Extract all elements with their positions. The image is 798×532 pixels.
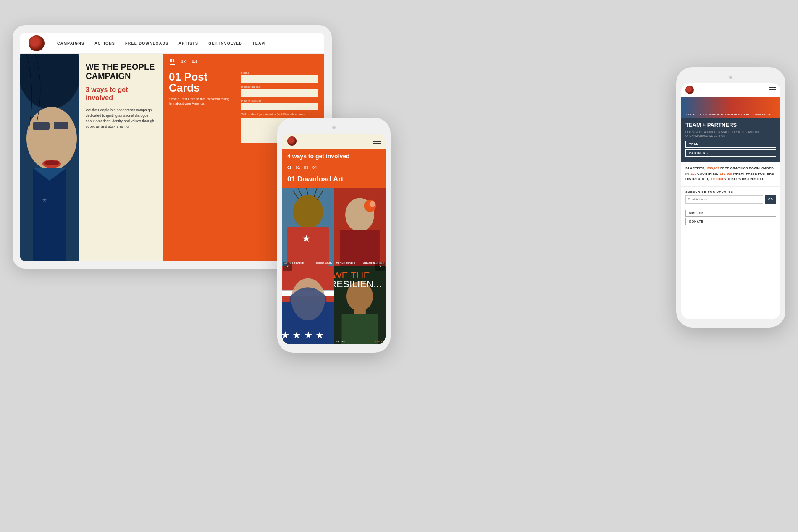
nav-get-involved[interactable]: GET INVOLVED (208, 41, 242, 45)
tablet-nav-links: CAMPAIGNS ACTIONS FREE DOWNLOADS ARTISTS… (57, 41, 265, 45)
phone1-notch (282, 123, 386, 132)
nav-campaigns[interactable]: CAMPAIGNS (57, 41, 84, 45)
phone2-hamburger-3 (769, 92, 776, 92)
svg-rect-34 (351, 299, 369, 306)
phone2-stats-section: 24 ARTISTS, 398,452 FREE GRAPHICS DOWNLO… (681, 162, 780, 186)
phone2-subscribe-section: SUBSCRIBE FOR UPDATES GO (681, 186, 780, 207)
phone2-hero-strip: FREE STICKER PACKS WITH EACH DONATION TO… (681, 97, 780, 118)
phone1-step-04[interactable]: 04 (312, 165, 317, 170)
phone1-download-title: 01 Download Art (282, 173, 386, 188)
svg-rect-35 (341, 314, 378, 344)
phone1-step-03[interactable]: 03 (304, 165, 308, 170)
phone2-donate-btn[interactable]: DONATE (685, 218, 776, 225)
svg-text:★: ★ (302, 233, 311, 244)
tablet-center-panel: WE THE PEOPLE CAMPAIGN 3 ways to get inv… (79, 54, 163, 261)
phone1-prev-arrow[interactable]: ‹ (283, 262, 292, 271)
cell-4-label: WE THE (336, 340, 345, 343)
phone2-camera (729, 76, 732, 79)
phone1-ways-title: 4 ways to get involved (287, 153, 381, 160)
phone2-notch (681, 73, 780, 81)
phone1-art-grid: ‹ › ★ WE THE PEOPLE DEFEN (282, 188, 386, 344)
svg-rect-23 (340, 230, 380, 266)
postcard-section: 01 Post Cards Send a Post Card to the Pr… (163, 69, 236, 261)
phone1-device: 4 ways to get involved 01 02 03 04 01 Do… (277, 118, 391, 353)
svg-point-22 (369, 201, 375, 207)
phone1-camera (332, 126, 336, 129)
tablet-nav: CAMPAIGNS ACTIONS FREE DOWNLOADS ARTISTS… (20, 33, 324, 54)
phone1-cell-2: WE THE PEOPLE GREATER THAN FEAR (334, 188, 386, 266)
stats-graphics: 398,452 (707, 166, 719, 170)
svg-point-11 (293, 195, 323, 228)
phone2-stats-text: 24 ARTISTS, 398,452 FREE GRAPHICS DOWNLO… (685, 166, 776, 182)
phone1-next-arrow[interactable]: › (375, 262, 385, 271)
hamburger-line-1 (373, 139, 381, 139)
phone2-team-desc: LEARN MORE ABOUT OUR STAFF, OUR ALLIES, … (685, 130, 776, 138)
hamburger-line-2 (373, 141, 381, 142)
phone2-subscribe-row: GO (685, 195, 776, 204)
svg-point-6 (44, 160, 59, 165)
stats-stickers: 109,260 (711, 177, 723, 181)
phone2-logo (685, 86, 694, 94)
phone2-mission-btn[interactable]: MISSION (685, 210, 776, 217)
stats-posters: 135,500 (720, 172, 732, 176)
nav-team[interactable]: TEAM (252, 41, 265, 45)
phone2-menu-icon[interactable] (769, 87, 776, 92)
phone2-team-btn[interactable]: TEAM (685, 141, 776, 148)
phone2-go-button[interactable]: GO (765, 195, 776, 204)
postcard-title: 01 Post Cards (169, 71, 230, 93)
svg-text:★ ★ ★ ★: ★ ★ ★ ★ (282, 330, 324, 341)
phone1-cell-1: ★ WE THE PEOPLE DEFEND DIGNITY (282, 188, 334, 266)
tablet-steps: 01 02 03 (163, 54, 324, 69)
cell-2-label: WE THE PEOPLE (336, 262, 356, 265)
form-name-input[interactable] (242, 75, 318, 83)
phone1-cell-3: ★ ★ ★ ★ (282, 266, 334, 345)
phone2-subscribe-label: SUBSCRIBE FOR UPDATES (685, 190, 776, 193)
phone1-step-01[interactable]: 01 (287, 165, 291, 170)
stats-countries: 205 (690, 172, 696, 176)
phone2-device: FREE STICKER PACKS WITH EACH DONATION TO… (676, 67, 785, 328)
svg-marker-8 (33, 168, 66, 261)
svg-text:RESILIEN...: RESILIEN... (334, 278, 381, 289)
form-phone-label: Phone Number (242, 99, 318, 102)
phone1-menu-icon[interactable] (373, 139, 381, 144)
tablet-portrait-panel (20, 54, 79, 261)
phone1-orange-header: 4 ways to get involved (282, 149, 386, 164)
stats-artists: 24 (685, 166, 689, 170)
phone2-screen: FREE STICKER PACKS WITH EACH DONATION TO… (681, 83, 780, 319)
step-02[interactable]: 02 (181, 59, 186, 64)
phone2-email-input[interactable] (685, 195, 763, 204)
phone2-team-title: TEAM + PARTNERS (685, 122, 776, 128)
campaign-title: WE THE PEOPLE CAMPAIGN (86, 62, 156, 81)
step-01[interactable]: 01 (170, 58, 175, 65)
phone2-team-section: TEAM + PARTNERS LEARN MORE ABOUT OUR STA… (681, 118, 780, 162)
campaign-subtitle: 3 ways to get involved (86, 86, 156, 102)
cell-4-sublabel: RESILIEN (375, 341, 384, 343)
tablet-logo (29, 35, 45, 51)
phone1-cell-4: WE THE RESILIEN... WE THE RESILIEN (334, 266, 386, 345)
campaign-desc: We the People is a nonpartisan campaign … (86, 107, 156, 129)
phone2-hamburger-1 (769, 87, 776, 88)
hamburger-line-3 (373, 143, 381, 144)
form-email-label: Email Address* (242, 85, 318, 88)
nav-free-downloads[interactable]: FREE DOWNLOADS (125, 41, 168, 45)
form-name-label: Name (242, 71, 318, 74)
cell-1-sublabel: DEFEND DIGNITY (316, 262, 332, 265)
phone1-steps: 01 02 03 04 (282, 164, 386, 173)
phone2-partners-btn[interactable]: PARTNERS (685, 149, 776, 157)
phone1-logo (287, 136, 297, 146)
phone2-footer-buttons: MISSION DONATE (681, 207, 780, 229)
phone1-step-02[interactable]: 02 (296, 165, 300, 170)
postcard-desc: Send a Post Card to the President tellin… (169, 97, 230, 106)
phone2-hero-text: FREE STICKER PACKS WITH EACH DONATION TO… (685, 113, 772, 116)
phone1-nav (282, 134, 386, 149)
phone2-nav (681, 83, 780, 97)
nav-actions[interactable]: ACTIONS (94, 41, 115, 45)
form-textarea-label: Tell us about your America (in 300 words… (242, 113, 318, 116)
svg-rect-3 (33, 122, 50, 130)
form-email-input[interactable] (242, 89, 318, 97)
phone1-screen: 4 ways to get involved 01 02 03 04 01 Do… (282, 134, 386, 344)
phone2-hamburger-2 (769, 89, 776, 90)
nav-artists[interactable]: ARTISTS (178, 41, 198, 45)
step-03[interactable]: 03 (192, 59, 197, 64)
form-phone-input[interactable] (242, 103, 318, 110)
